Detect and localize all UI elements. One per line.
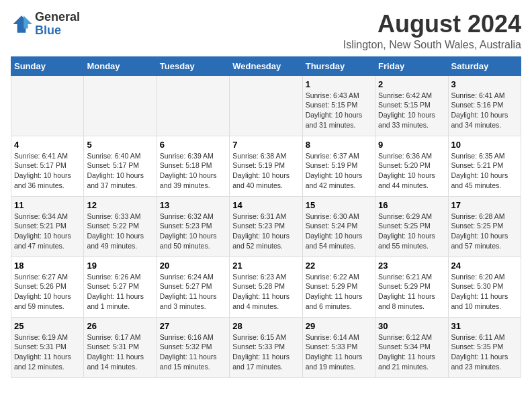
day-cell: 20Sunrise: 6:24 AM Sunset: 5:27 PM Dayli… xyxy=(157,257,229,317)
day-number: 23 xyxy=(378,261,445,271)
day-info: Sunrise: 6:23 AM Sunset: 5:28 PM Dayligh… xyxy=(232,272,299,312)
day-cell xyxy=(84,75,157,136)
day-number: 24 xyxy=(451,261,518,271)
day-info: Sunrise: 6:27 AM Sunset: 5:26 PM Dayligh… xyxy=(14,272,81,312)
day-number: 20 xyxy=(160,261,226,271)
day-number: 27 xyxy=(160,321,226,331)
day-info: Sunrise: 6:12 AM Sunset: 5:34 PM Dayligh… xyxy=(378,332,445,372)
day-number: 9 xyxy=(378,140,445,150)
day-number: 15 xyxy=(306,200,372,210)
day-info: Sunrise: 6:33 AM Sunset: 5:22 PM Dayligh… xyxy=(87,212,153,251)
day-cell: 7Sunrise: 6:38 AM Sunset: 5:19 PM Daylig… xyxy=(230,136,302,196)
day-cell: 21Sunrise: 6:23 AM Sunset: 5:28 PM Dayli… xyxy=(230,257,302,317)
day-cell xyxy=(230,75,302,136)
day-cell: 16Sunrise: 6:29 AM Sunset: 5:25 PM Dayli… xyxy=(375,196,448,257)
header-cell-friday: Friday xyxy=(375,56,448,75)
day-info: Sunrise: 6:36 AM Sunset: 5:20 PM Dayligh… xyxy=(378,151,445,191)
header-cell-sunday: Sunday xyxy=(11,56,84,75)
day-cell: 15Sunrise: 6:30 AM Sunset: 5:24 PM Dayli… xyxy=(302,196,375,257)
day-cell: 13Sunrise: 6:32 AM Sunset: 5:23 PM Dayli… xyxy=(157,196,229,257)
day-number: 2 xyxy=(378,79,445,89)
day-number: 8 xyxy=(306,140,372,150)
day-number: 28 xyxy=(232,321,299,331)
day-info: Sunrise: 6:32 AM Sunset: 5:23 PM Dayligh… xyxy=(160,212,226,251)
day-info: Sunrise: 6:24 AM Sunset: 5:27 PM Dayligh… xyxy=(160,272,226,312)
day-number: 3 xyxy=(451,79,518,89)
day-cell: 1Sunrise: 6:43 AM Sunset: 5:15 PM Daylig… xyxy=(302,75,375,136)
day-info: Sunrise: 6:43 AM Sunset: 5:15 PM Dayligh… xyxy=(306,91,372,130)
day-info: Sunrise: 6:17 AM Sunset: 5:31 PM Dayligh… xyxy=(87,332,153,372)
day-cell: 10Sunrise: 6:35 AM Sunset: 5:21 PM Dayli… xyxy=(448,136,521,196)
logo: General Blue xyxy=(11,11,80,38)
day-number: 12 xyxy=(87,200,153,210)
header-row: SundayMondayTuesdayWednesdayThursdayFrid… xyxy=(11,56,521,75)
day-cell: 2Sunrise: 6:42 AM Sunset: 5:15 PM Daylig… xyxy=(375,75,448,136)
day-number: 26 xyxy=(87,321,153,331)
day-number: 25 xyxy=(14,321,81,331)
day-number: 14 xyxy=(232,200,299,210)
day-number: 1 xyxy=(306,79,372,89)
day-cell: 11Sunrise: 6:34 AM Sunset: 5:21 PM Dayli… xyxy=(11,196,84,257)
day-number: 13 xyxy=(160,200,226,210)
day-number: 17 xyxy=(451,200,518,210)
day-cell: 17Sunrise: 6:28 AM Sunset: 5:25 PM Dayli… xyxy=(448,196,521,257)
logo-icon xyxy=(11,13,32,35)
calendar-body: 1Sunrise: 6:43 AM Sunset: 5:15 PM Daylig… xyxy=(11,75,521,377)
week-row-5: 25Sunrise: 6:19 AM Sunset: 5:31 PM Dayli… xyxy=(11,317,521,377)
day-cell: 27Sunrise: 6:16 AM Sunset: 5:32 PM Dayli… xyxy=(157,317,229,377)
day-number: 31 xyxy=(451,321,518,331)
day-number: 7 xyxy=(232,140,299,150)
header-cell-thursday: Thursday xyxy=(302,56,375,75)
day-info: Sunrise: 6:34 AM Sunset: 5:21 PM Dayligh… xyxy=(14,212,81,251)
day-number: 10 xyxy=(451,140,518,150)
day-cell: 22Sunrise: 6:22 AM Sunset: 5:29 PM Dayli… xyxy=(302,257,375,317)
day-cell: 30Sunrise: 6:12 AM Sunset: 5:34 PM Dayli… xyxy=(375,317,448,377)
day-info: Sunrise: 6:29 AM Sunset: 5:25 PM Dayligh… xyxy=(378,212,445,251)
day-cell: 9Sunrise: 6:36 AM Sunset: 5:20 PM Daylig… xyxy=(375,136,448,196)
day-cell: 14Sunrise: 6:31 AM Sunset: 5:23 PM Dayli… xyxy=(230,196,302,257)
day-cell: 3Sunrise: 6:41 AM Sunset: 5:16 PM Daylig… xyxy=(448,75,521,136)
day-cell: 23Sunrise: 6:21 AM Sunset: 5:29 PM Dayli… xyxy=(375,257,448,317)
title-block: August 2024 Islington, New South Wales, … xyxy=(343,11,521,51)
day-cell: 25Sunrise: 6:19 AM Sunset: 5:31 PM Dayli… xyxy=(11,317,84,377)
day-info: Sunrise: 6:11 AM Sunset: 5:35 PM Dayligh… xyxy=(451,332,518,372)
day-info: Sunrise: 6:19 AM Sunset: 5:31 PM Dayligh… xyxy=(14,332,81,372)
day-cell: 6Sunrise: 6:39 AM Sunset: 5:18 PM Daylig… xyxy=(157,136,229,196)
header-cell-wednesday: Wednesday xyxy=(230,56,302,75)
day-cell: 31Sunrise: 6:11 AM Sunset: 5:35 PM Dayli… xyxy=(448,317,521,377)
week-row-4: 18Sunrise: 6:27 AM Sunset: 5:26 PM Dayli… xyxy=(11,257,521,317)
day-info: Sunrise: 6:39 AM Sunset: 5:18 PM Dayligh… xyxy=(160,151,226,191)
calendar-header: SundayMondayTuesdayWednesdayThursdayFrid… xyxy=(11,56,521,75)
day-info: Sunrise: 6:42 AM Sunset: 5:15 PM Dayligh… xyxy=(378,91,445,130)
week-row-3: 11Sunrise: 6:34 AM Sunset: 5:21 PM Dayli… xyxy=(11,196,521,257)
day-info: Sunrise: 6:20 AM Sunset: 5:30 PM Dayligh… xyxy=(451,272,518,312)
day-info: Sunrise: 6:14 AM Sunset: 5:33 PM Dayligh… xyxy=(306,332,372,372)
day-number: 6 xyxy=(160,140,226,150)
day-number: 19 xyxy=(87,261,153,271)
header-cell-saturday: Saturday xyxy=(448,56,521,75)
day-number: 30 xyxy=(378,321,445,331)
day-cell: 19Sunrise: 6:26 AM Sunset: 5:27 PM Dayli… xyxy=(84,257,157,317)
day-number: 29 xyxy=(306,321,372,331)
day-number: 4 xyxy=(14,140,81,150)
day-cell: 12Sunrise: 6:33 AM Sunset: 5:22 PM Dayli… xyxy=(84,196,157,257)
day-info: Sunrise: 6:35 AM Sunset: 5:21 PM Dayligh… xyxy=(451,151,518,191)
day-info: Sunrise: 6:40 AM Sunset: 5:17 PM Dayligh… xyxy=(87,151,153,191)
day-number: 11 xyxy=(14,200,81,210)
day-info: Sunrise: 6:41 AM Sunset: 5:16 PM Dayligh… xyxy=(451,91,518,130)
day-number: 21 xyxy=(232,261,299,271)
day-number: 22 xyxy=(306,261,372,271)
day-info: Sunrise: 6:26 AM Sunset: 5:27 PM Dayligh… xyxy=(87,272,153,312)
header-cell-tuesday: Tuesday xyxy=(157,56,229,75)
main-title: August 2024 xyxy=(343,11,521,38)
day-info: Sunrise: 6:38 AM Sunset: 5:19 PM Dayligh… xyxy=(232,151,299,191)
day-cell: 8Sunrise: 6:37 AM Sunset: 5:19 PM Daylig… xyxy=(302,136,375,196)
day-info: Sunrise: 6:28 AM Sunset: 5:25 PM Dayligh… xyxy=(451,212,518,251)
day-cell: 24Sunrise: 6:20 AM Sunset: 5:30 PM Dayli… xyxy=(448,257,521,317)
day-number: 18 xyxy=(14,261,81,271)
week-row-1: 1Sunrise: 6:43 AM Sunset: 5:15 PM Daylig… xyxy=(11,75,521,136)
day-number: 5 xyxy=(87,140,153,150)
page-header: General Blue August 2024 Islington, New … xyxy=(11,11,521,51)
day-info: Sunrise: 6:21 AM Sunset: 5:29 PM Dayligh… xyxy=(378,272,445,312)
day-cell: 5Sunrise: 6:40 AM Sunset: 5:17 PM Daylig… xyxy=(84,136,157,196)
